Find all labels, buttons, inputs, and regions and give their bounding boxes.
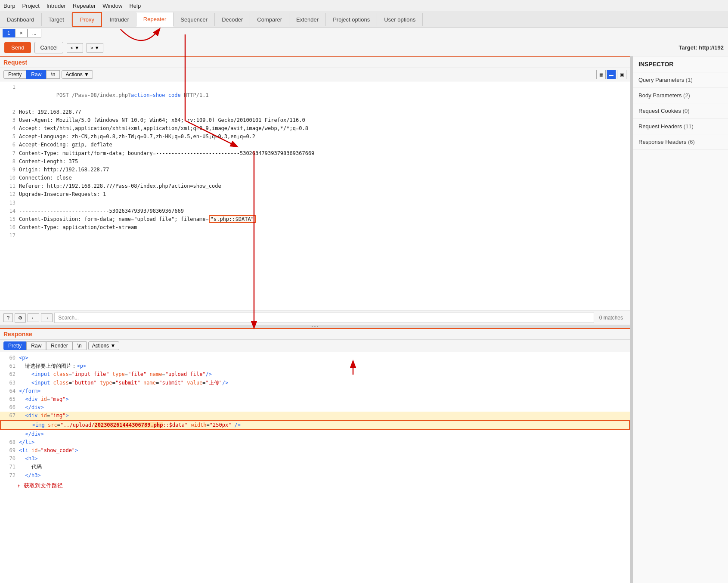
req-line-8: 8 Content-Length: 375 <box>0 158 630 166</box>
toolbar: Send Cancel < ▼ > ▼ Target: http://192 <box>0 39 728 56</box>
tab-project-options[interactable]: Project options <box>326 13 377 26</box>
menu-help[interactable]: Help <box>129 3 141 9</box>
nav-next-button[interactable]: > ▼ <box>87 43 103 53</box>
search-prev-button[interactable]: ← <box>28 313 39 322</box>
view-icon-split[interactable]: ▣ <box>617 70 626 79</box>
response-tabs: Pretty Raw Render \n Actions ▼ <box>0 340 630 352</box>
req-line-3: 3 User-Agent: Mozilla/5.0 (Windows NT 10… <box>0 116 630 124</box>
file-path-label: 获取到文件路径 <box>24 481 63 490</box>
resp-line-66: 66 </div> <box>0 403 630 412</box>
resp-line-72: 72 </h3> <box>0 471 630 480</box>
req-line-14: 14 -----------------------------53026347… <box>0 207 630 215</box>
req-line-7: 7 Content-Type: multipart/form-data; bou… <box>0 149 630 158</box>
req-line-12: 12 Upgrade-Insecure-Requests: 1 <box>0 190 630 198</box>
menu-repeater[interactable]: Repeater <box>73 3 96 9</box>
resp-line-67-b: <img src="../upload/202308261444306789.p… <box>0 420 630 430</box>
req-tab-n[interactable]: \n <box>46 70 60 79</box>
resp-line-67-a: 67 <div id="img"> <box>0 412 630 420</box>
repeater-subtabs: 1 × ... <box>0 28 728 39</box>
nav-prev-button[interactable]: < ▼ <box>67 43 83 53</box>
request-title: Request <box>3 59 27 66</box>
req-line-2: 2 Host: 192.168.228.77 <box>0 108 630 116</box>
tab-proxy[interactable]: Proxy <box>72 12 102 27</box>
req-line-15: 15 Content-Disposition: form-data; name=… <box>0 215 630 223</box>
resp-tab-render[interactable]: Render <box>46 341 72 350</box>
search-next-button[interactable]: → <box>41 313 53 322</box>
inspector-request-headers[interactable]: Request Headers (11) <box>633 119 728 134</box>
req-line-5: 5 Accept-Language: zh-CN,zh;q=0.8,zh-TW;… <box>0 133 630 141</box>
tab-dashboard[interactable]: Dashboard <box>0 13 42 26</box>
resp-line-69: 69 <li id="show_code"> <box>0 447 630 455</box>
req-actions-button[interactable]: Actions ▼ <box>62 70 93 79</box>
inspector-body-params[interactable]: Body Parameters (2) <box>633 88 728 103</box>
view-icon-lines[interactable]: ▬ <box>607 70 616 79</box>
repeater-tab-more[interactable]: ... <box>28 29 41 37</box>
request-search-bar: ? ⚙ ← → 0 matches <box>0 310 630 325</box>
resp-line-65: 65 <div id="msg"> <box>0 395 630 403</box>
menubar: Burp Project Intruder Repeater Window He… <box>0 0 728 12</box>
menu-intruder[interactable]: Intruder <box>46 3 66 9</box>
resp-line-64: 64 </form> <box>0 387 630 395</box>
resp-line-61: 61 请选择要上传的图片：<p> <box>0 362 630 370</box>
resp-tab-raw[interactable]: Raw <box>26 341 46 350</box>
tab-repeater[interactable]: Repeater <box>136 12 173 27</box>
response-title: Response <box>3 331 32 338</box>
resp-line-63: 63 <input class="button" type="submit" n… <box>0 379 630 387</box>
inspector-title: INSPECTOR <box>633 56 728 72</box>
response-header: Response <box>0 328 630 340</box>
request-section: Request Pretty Raw \n Actions ▼ ▦ ▬ ▣ 1 … <box>0 56 630 325</box>
inspector-panel: INSPECTOR Query Parameters (1) Body Para… <box>633 56 728 583</box>
req-line-10: 10 Connection: close <box>0 174 630 182</box>
search-help-button[interactable]: ? <box>3 313 13 322</box>
req-tab-pretty[interactable]: Pretty <box>3 70 26 79</box>
repeater-tab-close[interactable]: × <box>15 29 28 37</box>
resp-tab-pretty[interactable]: Pretty <box>3 341 26 350</box>
req-line-6: 6 Accept-Encoding: gzip, deflate <box>0 141 630 149</box>
section-divider[interactable]: • • • <box>0 325 630 328</box>
request-header: Request <box>0 56 630 68</box>
left-panel: Request Pretty Raw \n Actions ▼ ▦ ▬ ▣ 1 … <box>0 56 631 583</box>
send-button[interactable]: Send <box>4 42 31 53</box>
resp-line-60: 60 <p> <box>0 354 630 362</box>
request-code-area[interactable]: 1 POST /Pass-08/index.php?action=show_co… <box>0 81 630 310</box>
menu-project[interactable]: Project <box>22 3 39 9</box>
cancel-button[interactable]: Cancel <box>34 42 63 53</box>
menu-window[interactable]: Window <box>102 3 122 9</box>
tab-intruder[interactable]: Intruder <box>103 13 136 26</box>
request-tabs: Pretty Raw \n Actions ▼ ▦ ▬ ▣ <box>0 68 630 81</box>
response-code-area[interactable]: 60 <p> 61 请选择要上传的图片：<p> 62 <input class=… <box>0 352 630 583</box>
tab-user-options[interactable]: User options <box>377 13 423 26</box>
response-section: Response Pretty Raw Render \n Actions ▼ … <box>0 328 630 583</box>
search-settings-button[interactable]: ⚙ <box>15 313 26 323</box>
req-line-1: 1 POST /Pass-08/index.php?action=show_co… <box>0 83 630 108</box>
resp-line-62: 62 <input class="input_file" type="file"… <box>0 370 630 378</box>
menu-burp[interactable]: Burp <box>3 3 15 9</box>
req-line-11: 11 Referer: http://192.168.228.77/Pass-0… <box>0 182 630 190</box>
inspector-query-params[interactable]: Query Parameters (1) <box>633 72 728 88</box>
tab-comparer[interactable]: Comparer <box>250 13 289 26</box>
req-line-16: 16 Content-Type: application/octet-strea… <box>0 223 630 232</box>
resp-line-70: 70 <h3> <box>0 455 630 463</box>
req-line-4: 4 Accept: text/html,application/xhtml+xm… <box>0 124 630 133</box>
inspector-request-cookies[interactable]: Request Cookies (0) <box>633 103 728 119</box>
tab-sequencer[interactable]: Sequencer <box>173 13 215 26</box>
tab-target[interactable]: Target <box>42 13 71 26</box>
resp-line-68: 68 </li> <box>0 438 630 447</box>
search-input[interactable] <box>54 313 594 323</box>
view-icon-grid[interactable]: ▦ <box>596 70 606 79</box>
resp-tab-n[interactable]: \n <box>73 341 87 350</box>
target-label: Target: http://192 <box>679 44 724 51</box>
main-layout: Request Pretty Raw \n Actions ▼ ▦ ▬ ▣ 1 … <box>0 56 728 583</box>
search-count: 0 matches <box>596 315 626 321</box>
req-line-17: 17 <box>0 232 630 240</box>
repeater-tab-1[interactable]: 1 <box>3 29 15 37</box>
tab-extender[interactable]: Extender <box>289 13 326 26</box>
req-line-9: 9 Origin: http://192.168.228.77 <box>0 166 630 174</box>
req-tab-raw[interactable]: Raw <box>26 70 46 79</box>
tab-decoder[interactable]: Decoder <box>215 13 250 26</box>
resp-actions-button[interactable]: Actions ▼ <box>88 341 120 350</box>
tabbar: Dashboard Target Proxy Intruder Repeater… <box>0 12 728 28</box>
resp-line-67-d: </div> <box>0 430 630 438</box>
inspector-response-headers[interactable]: Response Headers (6) <box>633 134 728 150</box>
req-line-13: 13 <box>0 199 630 207</box>
